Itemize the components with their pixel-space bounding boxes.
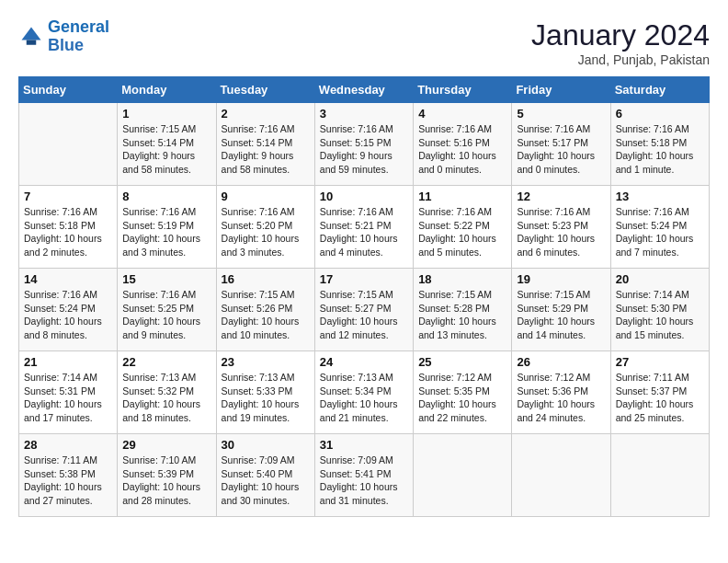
calendar-week-row: 28Sunrise: 7:11 AM Sunset: 5:38 PM Dayli… bbox=[19, 434, 710, 517]
calendar-cell: 18Sunrise: 7:15 AM Sunset: 5:28 PM Dayli… bbox=[414, 269, 512, 351]
calendar-cell: 19Sunrise: 7:15 AM Sunset: 5:29 PM Dayli… bbox=[512, 269, 610, 351]
day-number: 2 bbox=[222, 107, 310, 121]
calendar-cell: 1Sunrise: 7:15 AM Sunset: 5:14 PM Daylig… bbox=[118, 103, 216, 186]
day-number: 18 bbox=[418, 272, 506, 286]
day-number: 12 bbox=[517, 190, 605, 203]
calendar-cell: 4Sunrise: 7:16 AM Sunset: 5:16 PM Daylig… bbox=[414, 103, 512, 186]
day-number: 5 bbox=[517, 107, 605, 121]
day-info: Sunrise: 7:09 AM Sunset: 5:40 PM Dayligh… bbox=[222, 454, 310, 508]
calendar-cell: 8Sunrise: 7:16 AM Sunset: 5:19 PM Daylig… bbox=[118, 186, 216, 269]
calendar-cell: 27Sunrise: 7:11 AM Sunset: 5:37 PM Dayli… bbox=[610, 351, 709, 434]
page-header: General Blue January 2024 Jand, Punjab, … bbox=[18, 18, 710, 67]
day-info: Sunrise: 7:13 AM Sunset: 5:34 PM Dayligh… bbox=[320, 371, 408, 425]
day-number: 20 bbox=[616, 272, 704, 286]
day-info: Sunrise: 7:16 AM Sunset: 5:14 PM Dayligh… bbox=[222, 122, 310, 177]
day-info: Sunrise: 7:16 AM Sunset: 5:15 PM Dayligh… bbox=[320, 122, 408, 177]
day-number: 25 bbox=[418, 355, 506, 369]
calendar-cell: 25Sunrise: 7:12 AM Sunset: 5:35 PM Dayli… bbox=[414, 351, 512, 434]
day-number: 19 bbox=[517, 272, 605, 286]
svg-marker-0 bbox=[22, 27, 41, 40]
day-number: 27 bbox=[616, 355, 704, 369]
day-info: Sunrise: 7:10 AM Sunset: 5:39 PM Dayligh… bbox=[122, 454, 210, 508]
day-info: Sunrise: 7:16 AM Sunset: 5:22 PM Dayligh… bbox=[418, 205, 506, 259]
logo: General Blue bbox=[18, 18, 109, 55]
day-number: 23 bbox=[222, 355, 310, 369]
calendar-cell: 7Sunrise: 7:16 AM Sunset: 5:18 PM Daylig… bbox=[19, 186, 118, 269]
day-number: 26 bbox=[517, 355, 605, 369]
day-info: Sunrise: 7:13 AM Sunset: 5:32 PM Dayligh… bbox=[122, 371, 210, 425]
day-number: 11 bbox=[418, 190, 506, 203]
calendar-cell: 6Sunrise: 7:16 AM Sunset: 5:18 PM Daylig… bbox=[610, 103, 709, 186]
day-number: 10 bbox=[320, 190, 408, 203]
calendar-cell: 3Sunrise: 7:16 AM Sunset: 5:15 PM Daylig… bbox=[314, 103, 413, 186]
calendar-header-row: SundayMondayTuesdayWednesdayThursdayFrid… bbox=[19, 77, 710, 103]
calendar-week-row: 21Sunrise: 7:14 AM Sunset: 5:31 PM Dayli… bbox=[19, 351, 710, 434]
calendar-cell: 2Sunrise: 7:16 AM Sunset: 5:14 PM Daylig… bbox=[216, 103, 314, 186]
calendar-table: SundayMondayTuesdayWednesdayThursdayFrid… bbox=[18, 76, 710, 517]
calendar-cell: 29Sunrise: 7:10 AM Sunset: 5:39 PM Dayli… bbox=[118, 434, 216, 517]
day-info: Sunrise: 7:16 AM Sunset: 5:19 PM Dayligh… bbox=[122, 205, 210, 259]
day-number: 13 bbox=[616, 190, 704, 203]
calendar-body: 1Sunrise: 7:15 AM Sunset: 5:14 PM Daylig… bbox=[19, 103, 710, 517]
calendar-cell bbox=[19, 103, 118, 186]
svg-rect-1 bbox=[27, 40, 37, 44]
day-number: 30 bbox=[222, 438, 310, 452]
day-number: 22 bbox=[122, 355, 210, 369]
calendar-cell: 22Sunrise: 7:13 AM Sunset: 5:32 PM Dayli… bbox=[118, 351, 216, 434]
weekday-header: Monday bbox=[118, 77, 216, 103]
day-info: Sunrise: 7:15 AM Sunset: 5:14 PM Dayligh… bbox=[122, 122, 210, 177]
calendar-cell: 11Sunrise: 7:16 AM Sunset: 5:22 PM Dayli… bbox=[414, 186, 512, 269]
day-number: 6 bbox=[616, 107, 704, 121]
day-info: Sunrise: 7:16 AM Sunset: 5:21 PM Dayligh… bbox=[320, 205, 408, 259]
calendar-cell: 10Sunrise: 7:16 AM Sunset: 5:21 PM Dayli… bbox=[314, 186, 413, 269]
calendar-week-row: 7Sunrise: 7:16 AM Sunset: 5:18 PM Daylig… bbox=[19, 186, 710, 269]
logo-line1: General bbox=[48, 17, 109, 36]
calendar-cell bbox=[610, 434, 709, 517]
calendar-cell: 30Sunrise: 7:09 AM Sunset: 5:40 PM Dayli… bbox=[216, 434, 314, 517]
day-info: Sunrise: 7:16 AM Sunset: 5:18 PM Dayligh… bbox=[24, 205, 112, 259]
calendar-cell: 28Sunrise: 7:11 AM Sunset: 5:38 PM Dayli… bbox=[19, 434, 118, 517]
day-number: 28 bbox=[24, 438, 112, 452]
day-info: Sunrise: 7:11 AM Sunset: 5:37 PM Dayligh… bbox=[616, 371, 704, 425]
calendar-cell bbox=[512, 434, 610, 517]
weekday-header: Tuesday bbox=[216, 77, 314, 103]
day-number: 16 bbox=[222, 272, 310, 286]
day-info: Sunrise: 7:15 AM Sunset: 5:26 PM Dayligh… bbox=[222, 288, 310, 342]
day-number: 14 bbox=[24, 272, 112, 286]
day-info: Sunrise: 7:13 AM Sunset: 5:33 PM Dayligh… bbox=[222, 371, 310, 425]
day-number: 1 bbox=[122, 107, 210, 121]
weekday-header: Sunday bbox=[19, 77, 118, 103]
calendar-cell: 14Sunrise: 7:16 AM Sunset: 5:24 PM Dayli… bbox=[19, 269, 118, 351]
day-number: 4 bbox=[418, 107, 506, 121]
day-info: Sunrise: 7:16 AM Sunset: 5:16 PM Dayligh… bbox=[418, 122, 506, 177]
calendar-cell: 16Sunrise: 7:15 AM Sunset: 5:26 PM Dayli… bbox=[216, 269, 314, 351]
calendar-cell: 31Sunrise: 7:09 AM Sunset: 5:41 PM Dayli… bbox=[314, 434, 413, 517]
calendar-cell: 21Sunrise: 7:14 AM Sunset: 5:31 PM Dayli… bbox=[19, 351, 118, 434]
day-info: Sunrise: 7:16 AM Sunset: 5:18 PM Dayligh… bbox=[616, 122, 704, 177]
calendar-cell: 9Sunrise: 7:16 AM Sunset: 5:20 PM Daylig… bbox=[216, 186, 314, 269]
logo-line2: Blue bbox=[48, 36, 84, 54]
day-info: Sunrise: 7:16 AM Sunset: 5:17 PM Dayligh… bbox=[517, 122, 605, 177]
day-info: Sunrise: 7:12 AM Sunset: 5:36 PM Dayligh… bbox=[517, 371, 605, 425]
calendar-week-row: 1Sunrise: 7:15 AM Sunset: 5:14 PM Daylig… bbox=[19, 103, 710, 186]
location: Jand, Punjab, Pakistan bbox=[531, 52, 710, 67]
day-number: 9 bbox=[222, 190, 310, 203]
day-info: Sunrise: 7:15 AM Sunset: 5:28 PM Dayligh… bbox=[418, 288, 506, 342]
weekday-header: Thursday bbox=[414, 77, 512, 103]
day-info: Sunrise: 7:16 AM Sunset: 5:24 PM Dayligh… bbox=[616, 205, 704, 259]
day-info: Sunrise: 7:14 AM Sunset: 5:30 PM Dayligh… bbox=[616, 288, 704, 342]
day-info: Sunrise: 7:14 AM Sunset: 5:31 PM Dayligh… bbox=[24, 371, 112, 425]
weekday-header: Friday bbox=[512, 77, 610, 103]
day-number: 31 bbox=[320, 438, 408, 452]
day-info: Sunrise: 7:16 AM Sunset: 5:23 PM Dayligh… bbox=[517, 205, 605, 259]
calendar-cell bbox=[414, 434, 512, 517]
day-number: 7 bbox=[24, 190, 112, 203]
weekday-header: Saturday bbox=[610, 77, 709, 103]
day-info: Sunrise: 7:16 AM Sunset: 5:20 PM Dayligh… bbox=[222, 205, 310, 259]
day-info: Sunrise: 7:11 AM Sunset: 5:38 PM Dayligh… bbox=[24, 454, 112, 508]
weekday-header: Wednesday bbox=[314, 77, 413, 103]
day-info: Sunrise: 7:09 AM Sunset: 5:41 PM Dayligh… bbox=[320, 454, 408, 508]
calendar-cell: 12Sunrise: 7:16 AM Sunset: 5:23 PM Dayli… bbox=[512, 186, 610, 269]
calendar-cell: 5Sunrise: 7:16 AM Sunset: 5:17 PM Daylig… bbox=[512, 103, 610, 186]
day-number: 29 bbox=[122, 438, 210, 452]
